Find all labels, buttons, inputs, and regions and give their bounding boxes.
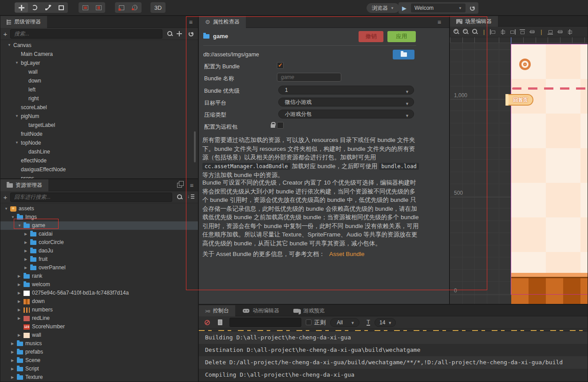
- caret-right-icon[interactable]: ▶: [11, 339, 17, 348]
- asset-row[interactable]: ▶down: [0, 297, 198, 306]
- rotate-tool-button[interactable]: [28, 3, 41, 12]
- asset-row[interactable]: ▶caidai: [0, 230, 198, 238]
- hierarchy-menu-icon[interactable]: ≡: [189, 19, 193, 26]
- hierarchy-node-row[interactable]: dashLine: [0, 147, 198, 156]
- bundle-name-input[interactable]: [277, 73, 341, 82]
- tab-scene[interactable]: 场景编辑器: [450, 16, 498, 27]
- hierarchy-node-row[interactable]: left: [0, 85, 198, 94]
- distribute-v-icon[interactable]: [567, 29, 573, 35]
- search-icon[interactable]: [167, 31, 173, 37]
- hierarchy-scrollbar[interactable]: [194, 131, 196, 162]
- align-center-icon[interactable]: [500, 29, 506, 35]
- asset-bundle-doc-link[interactable]: Asset Bundle: [329, 251, 365, 257]
- hierarchy-search-input[interactable]: [10, 29, 162, 39]
- console-log-line[interactable]: Delete D:/all-project/he-cheng-da-xi-gua…: [199, 356, 588, 369]
- tab-animation-editor[interactable]: 动画编辑器: [237, 305, 285, 316]
- layout-icon[interactable]: [177, 183, 182, 188]
- world-coord-button[interactable]: [128, 3, 142, 12]
- tab-game-preview[interactable]: 游戏预览: [287, 305, 331, 316]
- asset-row[interactable]: ▶musics: [0, 339, 198, 348]
- caret-right-icon[interactable]: ▶: [18, 297, 24, 306]
- zoom-reset-icon[interactable]: [472, 29, 478, 35]
- asset-row[interactable]: ▶colorCircle: [0, 238, 198, 247]
- pivot-toggle-button[interactable]: [79, 3, 92, 12]
- align-middle-icon[interactable]: [529, 29, 535, 35]
- caret-right-icon[interactable]: ▶: [18, 280, 24, 289]
- asset-row[interactable]: ▶0275e94c-56a7-410f-bd1a-fc7483f7d14a: [0, 289, 198, 297]
- inspector-menu-icon[interactable]: ≡: [438, 19, 441, 26]
- hierarchy-node-row[interactable]: ▼pigNum: [0, 112, 198, 121]
- tab-assets[interactable]: 资源管理器: [0, 179, 48, 191]
- hierarchy-node-row[interactable]: effectNode: [0, 156, 198, 165]
- align-top-icon[interactable]: [519, 29, 525, 35]
- caret-right-icon[interactable]: ▶: [24, 247, 30, 255]
- font-size-select[interactable]: 14▼: [375, 318, 396, 327]
- caret-down-icon[interactable]: ▼: [15, 138, 21, 147]
- caret-right-icon[interactable]: ▶: [18, 306, 24, 314]
- asset-row[interactable]: ▼game: [0, 221, 198, 230]
- align-left-icon[interactable]: [490, 29, 496, 35]
- hierarchy-node-row[interactable]: ▼Canvas: [0, 41, 198, 50]
- revert-button[interactable]: 撤销: [359, 31, 383, 42]
- zoom-out-icon[interactable]: −: [463, 29, 469, 35]
- hierarchy-refresh-icon[interactable]: [189, 32, 193, 36]
- caret-right-icon[interactable]: ▶: [11, 348, 17, 356]
- caret-down-icon[interactable]: ▼: [18, 221, 24, 230]
- add-node-button[interactable]: +: [0, 30, 10, 38]
- assets-search-input[interactable]: [10, 193, 172, 202]
- distribute-h-icon[interactable]: [557, 29, 563, 35]
- asset-row[interactable]: ▶welcom: [0, 280, 198, 289]
- search-icon[interactable]: [177, 194, 183, 200]
- asset-row[interactable]: ▶numbers: [0, 306, 198, 314]
- asset-row[interactable]: ▼Imgs: [0, 213, 198, 221]
- log-level-select[interactable]: All▼: [330, 318, 359, 327]
- preview-target-select[interactable]: Welcom ▼: [411, 4, 466, 12]
- locate-node-icon[interactable]: [177, 31, 182, 36]
- hierarchy-node-row[interactable]: Main Camera: [0, 50, 198, 59]
- caret-right-icon[interactable]: ▶: [11, 373, 17, 382]
- caret-right-icon[interactable]: ▶: [24, 230, 30, 238]
- platform-select[interactable]: 微信小游戏▼: [278, 98, 414, 106]
- regex-checkbox[interactable]: [306, 319, 312, 325]
- is-bundle-checkbox[interactable]: ✓: [277, 62, 284, 69]
- asset-row[interactable]: ▶prefabs: [0, 348, 198, 356]
- caret-down-icon[interactable]: ▼: [15, 112, 21, 121]
- 3d-toggle-button[interactable]: 3D: [150, 2, 166, 13]
- log-file-icon[interactable]: [218, 319, 222, 325]
- asset-row[interactable]: ▶Scene: [0, 356, 198, 365]
- local-coord-button[interactable]: [115, 3, 128, 12]
- caret-right-icon[interactable]: ▶: [24, 255, 30, 264]
- home-button[interactable]: 回首页: [508, 94, 533, 106]
- caret-right-icon[interactable]: ▶: [18, 289, 24, 297]
- asset-row[interactable]: ▼assets: [0, 205, 198, 213]
- browser-select[interactable]: 浏览器 ▼: [367, 3, 399, 13]
- hierarchy-node-row[interactable]: wall: [0, 67, 198, 76]
- caret-right-icon[interactable]: ▶: [24, 264, 30, 272]
- console-filter-input[interactable]: [229, 318, 301, 327]
- priority-select[interactable]: 1▼: [278, 86, 414, 95]
- compression-select[interactable]: 小游戏分包▼: [278, 110, 414, 118]
- hierarchy-node-row[interactable]: fruitNode: [0, 130, 198, 138]
- align-right-icon[interactable]: [509, 29, 516, 35]
- caret-down-icon[interactable]: ▼: [8, 41, 13, 50]
- console-log-line[interactable]: Destination D:\all-project\he-cheng-da-x…: [199, 344, 588, 356]
- asset-row[interactable]: ▶redLine: [0, 314, 198, 323]
- caret-right-icon[interactable]: ▶: [18, 314, 24, 323]
- caret-right-icon[interactable]: ▶: [11, 356, 17, 365]
- sort-icon[interactable]: [189, 194, 194, 200]
- add-asset-button[interactable]: +: [0, 193, 10, 201]
- scale-tool-button[interactable]: [41, 3, 55, 12]
- caret-down-icon[interactable]: ▼: [15, 59, 21, 67]
- caret-right-icon[interactable]: ▶: [18, 331, 24, 339]
- rect-tool-button[interactable]: [55, 3, 68, 12]
- hierarchy-node-row[interactable]: down: [0, 76, 198, 85]
- hierarchy-node-row[interactable]: ▼topNode: [0, 138, 198, 147]
- refresh-preview-icon[interactable]: [470, 6, 475, 11]
- caret-down-icon[interactable]: ▼: [4, 205, 10, 213]
- align-bottom-icon[interactable]: [547, 29, 553, 35]
- remote-checkbox[interactable]: [277, 122, 284, 129]
- hierarchy-node-row[interactable]: props: [0, 174, 198, 179]
- asset-row[interactable]: ▶daoJu: [0, 247, 198, 255]
- play-button[interactable]: ▶: [402, 5, 406, 12]
- tab-inspector[interactable]: ⚙ 属性检查器: [199, 16, 246, 28]
